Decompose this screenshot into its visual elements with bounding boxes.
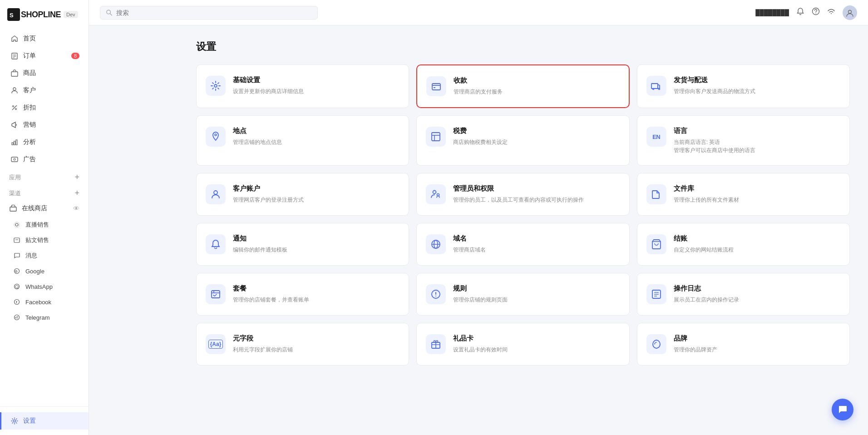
- staff-title: 管理员和权限: [453, 184, 620, 193]
- header-actions: ████████: [755, 5, 857, 20]
- card-locations[interactable]: 地点 管理店铺的地点信息: [196, 115, 409, 166]
- sidebar-item-facebook[interactable]: f Facebook: [0, 294, 89, 310]
- sidebar-item-post-sales[interactable]: 贴文销售: [0, 232, 89, 248]
- sidebar-item-live-sales-label: 直播销售: [25, 221, 49, 229]
- sidebar-item-customers[interactable]: 客户: [0, 82, 89, 99]
- sidebar-item-customers-label: 客户: [23, 86, 36, 94]
- meta-fields-title: 元字段: [233, 334, 399, 343]
- meta-fields-icon: {Aa}: [206, 334, 226, 354]
- card-policies[interactable]: 规则 管理你店铺的规则页面: [416, 273, 629, 316]
- order-icon: [10, 52, 19, 60]
- ads-icon: [10, 155, 19, 163]
- brand-desc: 管理你的品牌资产: [674, 346, 840, 354]
- help-icon[interactable]: [812, 7, 820, 18]
- card-staff[interactable]: 管理员和权限 管理你的员工，以及员工可查看的内容或可执行的操作: [416, 173, 629, 216]
- sidebar-item-online-store-label: 在线商店: [22, 204, 47, 213]
- svg-point-7: [13, 88, 16, 90]
- brand-icon: [646, 334, 666, 354]
- svg-rect-36: [434, 87, 435, 88]
- apps-section-header[interactable]: 应用 +: [0, 168, 89, 184]
- google-icon: G: [13, 267, 21, 275]
- chat-float-button[interactable]: [832, 399, 853, 420]
- card-language[interactable]: EN 语言 当前商店语言: 英语管理客户可以在商店中使用的语言: [637, 115, 850, 166]
- sidebar-item-facebook-label: Facebook: [25, 299, 51, 306]
- sidebar-item-ads[interactable]: 广告: [0, 151, 89, 168]
- staff-desc: 管理你的员工，以及员工可查看的内容或可执行的操作: [453, 196, 620, 204]
- sidebar-item-orders[interactable]: 订单 8: [0, 47, 89, 64]
- sidebar-item-telegram[interactable]: Telegram: [0, 310, 89, 325]
- eye-icon[interactable]: 👁: [73, 205, 79, 212]
- customer-accounts-title: 客户账户: [233, 184, 399, 193]
- gift-cards-title: 礼品卡: [453, 334, 620, 343]
- sidebar-item-orders-label: 订单: [23, 52, 36, 60]
- payments-icon: [426, 76, 446, 96]
- sidebar: S SHOPLINE Dev 首页 订单 8 商品: [0, 0, 89, 435]
- sidebar-item-analytics[interactable]: 分析: [0, 133, 89, 151]
- card-gift-cards[interactable]: 礼品卡 设置礼品卡的有效时间: [416, 323, 629, 366]
- card-taxes[interactable]: 税费 商店购物税费相关设定: [416, 115, 629, 166]
- shipping-content: 发货与配送 管理你向客户发送商品的物流方式: [674, 76, 840, 95]
- card-operation-log[interactable]: 操作日志 展示员工在店内的操作记录: [637, 273, 850, 316]
- language-desc: 当前商店语言: 英语管理客户可以在商店中使用的语言: [674, 138, 840, 154]
- shopline-logo-icon: S: [7, 8, 20, 21]
- card-customer-accounts[interactable]: 客户账户 管理网店客户的登录注册方式: [196, 173, 409, 216]
- sidebar-item-settings[interactable]: 设置: [0, 412, 89, 430]
- card-plans[interactable]: 套餐 管理你的店铺套餐，并查看账单: [196, 273, 409, 316]
- language-icon: EN: [646, 127, 666, 147]
- whatsapp-icon: [13, 282, 21, 291]
- sidebar-item-online-store[interactable]: 在线商店 👁: [0, 200, 89, 217]
- notifications-card-icon: [206, 234, 226, 254]
- svg-point-18: [14, 222, 20, 227]
- card-files[interactable]: 文件库 管理你上传的所有文件素材: [637, 173, 850, 216]
- sidebar-item-home-label: 首页: [23, 35, 36, 43]
- apps-add-button[interactable]: +: [74, 173, 79, 182]
- sidebar-item-messages-label: 消息: [25, 252, 37, 260]
- sidebar-item-discount[interactable]: 折扣: [0, 99, 89, 116]
- settings-grid: 基础设置 设置并更新你的商店详细信息 收款 管理商店的支付服务 发货与配送 管理…: [196, 64, 850, 366]
- card-basic-settings[interactable]: 基础设置 设置并更新你的商店详细信息: [196, 64, 409, 108]
- svg-rect-19: [14, 238, 20, 242]
- sidebar-item-messages[interactable]: 消息: [0, 248, 89, 263]
- shipping-icon: [646, 76, 666, 96]
- marketing-icon: [10, 121, 19, 129]
- card-checkout[interactable]: 结账 自定义你的网站结账流程: [637, 223, 850, 266]
- search-input[interactable]: [116, 9, 312, 16]
- card-domain[interactable]: 域名 管理商店域名: [416, 223, 629, 266]
- svg-rect-13: [16, 140, 17, 145]
- logo: S SHOPLINE Dev: [0, 0, 89, 26]
- svg-rect-12: [14, 141, 15, 145]
- sidebar-item-google[interactable]: G Google: [0, 263, 89, 279]
- meta-fields-content: 元字段 利用元字段扩展你的店铺: [233, 334, 399, 354]
- sidebar-item-home[interactable]: 首页: [0, 30, 89, 47]
- card-notifications[interactable]: 通知 编辑你的邮件通知模板: [196, 223, 409, 266]
- search-bar[interactable]: [100, 6, 318, 20]
- svg-rect-41: [432, 133, 440, 141]
- checkout-icon: [646, 234, 666, 254]
- sidebar-item-products[interactable]: 商品: [0, 64, 89, 82]
- checkout-desc: 自定义你的网站结账流程: [674, 246, 840, 254]
- card-shipping[interactable]: 发货与配送 管理你向客户发送商品的物流方式: [637, 64, 850, 108]
- card-brand[interactable]: 品牌 管理你的品牌资产: [637, 323, 850, 366]
- user-avatar[interactable]: [843, 5, 857, 20]
- sidebar-item-live-sales[interactable]: 直播销售: [0, 217, 89, 232]
- staff-icon: [426, 184, 446, 204]
- channels-section-header[interactable]: 渠道 +: [0, 184, 89, 200]
- notifications-icon[interactable]: [796, 7, 804, 18]
- operation-log-desc: 展示员工在店内的操作记录: [674, 296, 840, 304]
- svg-text:S: S: [10, 12, 14, 19]
- svg-rect-35: [432, 84, 440, 90]
- notifications-content: 通知 编辑你的邮件通知模板: [233, 234, 399, 254]
- sidebar-item-whatsapp-label: WhatsApp: [25, 283, 53, 290]
- sidebar-item-marketing[interactable]: 营销: [0, 116, 89, 133]
- sidebar-item-whatsapp[interactable]: WhatsApp: [0, 279, 89, 294]
- card-meta-fields[interactable]: {Aa} 元字段 利用元字段扩展你的店铺: [196, 323, 409, 366]
- locations-title: 地点: [233, 127, 399, 135]
- domain-content: 域名 管理商店域名: [453, 234, 620, 254]
- svg-point-9: [15, 109, 17, 110]
- card-payments[interactable]: 收款 管理商店的支付服务: [416, 64, 629, 108]
- policies-title: 规则: [453, 284, 620, 293]
- wifi-icon[interactable]: [827, 7, 835, 18]
- channels-add-button[interactable]: +: [74, 188, 79, 198]
- policies-icon: [426, 284, 446, 304]
- page-title: 设置: [196, 40, 850, 54]
